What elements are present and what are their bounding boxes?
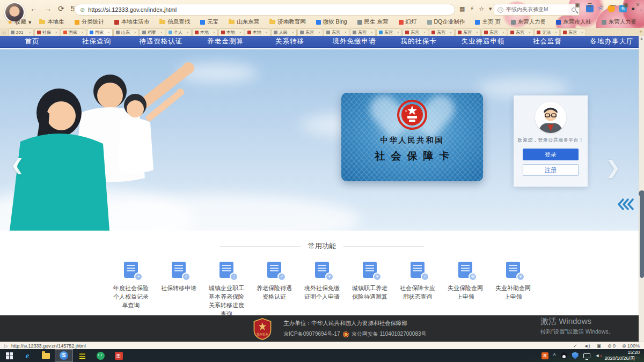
browser-tab[interactable]: 东营 × — [508, 28, 533, 36]
volume-muted-icon[interactable]: ◄× — [595, 353, 600, 358]
bookmark-item[interactable]: 元宝 — [200, 18, 221, 26]
close-button[interactable]: × — [636, 1, 640, 9]
browser-tab[interactable]: 东营 × — [402, 28, 428, 36]
bookmark-item[interactable]: 微软 Bing — [316, 18, 349, 26]
sogou-browser-icon[interactable]: S — [55, 349, 73, 362]
start-button[interactable] — [0, 349, 18, 362]
footer-icp[interactable]: 京ICP备09079694号-17 — [283, 330, 340, 338]
browser-tab[interactable]: 201 × — [8, 28, 34, 36]
browser-tab[interactable]: 东营 × — [481, 28, 507, 36]
browser-tab[interactable]: 人民 × — [271, 28, 297, 36]
browser-tab[interactable]: 东营 × — [324, 28, 349, 36]
bookmark-item[interactable]: 民生 东营 — [357, 18, 391, 26]
tab-close-icon[interactable]: × — [134, 30, 136, 35]
browser-tab[interactable]: 社保 × — [34, 28, 60, 36]
tab-close-icon[interactable]: × — [581, 30, 583, 35]
bookmark-item[interactable]: 本地生 — [39, 18, 67, 26]
back-button[interactable]: ← — [30, 4, 38, 13]
tab-close-icon[interactable]: × — [55, 30, 57, 35]
menu-icon[interactable]: ☰ — [588, 2, 592, 8]
tab-close-icon[interactable]: × — [528, 30, 531, 35]
browser-tab[interactable]: 东营 × — [297, 28, 323, 36]
browser-tab[interactable]: 本地 × — [192, 28, 218, 36]
tab-close-icon[interactable]: × — [213, 30, 215, 35]
browser-tab[interactable]: 东营 × — [429, 28, 455, 36]
internet-explorer-icon[interactable]: e — [18, 349, 36, 362]
bookmark-item[interactable]: ★ 收藏 ▾ — [8, 18, 31, 26]
sogou-tray-icon[interactable]: S — [541, 352, 548, 359]
caret-down-icon[interactable]: ▾ — [489, 5, 492, 12]
red-app-icon[interactable]: 图 — [109, 349, 128, 362]
download-icon[interactable]: ↓ — [639, 5, 642, 12]
tab-close-icon[interactable]: × — [107, 30, 110, 35]
adblock-count[interactable]: ⊘ 0 — [608, 343, 616, 349]
scrollbar-thumb[interactable] — [640, 193, 644, 278]
browser-tab[interactable]: 东营 × — [376, 28, 402, 36]
forward-button[interactable]: → — [44, 4, 52, 13]
search-input[interactable]: S 平绒内夹衣裤亚M — [494, 4, 580, 16]
browser-tab[interactable]: 山东 × — [113, 28, 139, 36]
login-button[interactable]: 登录 — [523, 149, 579, 160]
qrcode-icon[interactable]: ▦ — [459, 5, 465, 12]
wechat-icon[interactable] — [91, 349, 109, 362]
nav-menu-item[interactable]: 境外免缴申请 — [322, 36, 386, 47]
home-tab-icon[interactable]: ⌂ — [3, 29, 6, 35]
search-engine-icon[interactable]: S — [497, 7, 503, 13]
browser-tab[interactable]: 国家 × — [87, 28, 113, 36]
new-tab-button[interactable]: + — [639, 29, 642, 35]
photo-tool-icon[interactable]: ▣ — [575, 2, 580, 8]
tab-close-icon[interactable]: × — [370, 30, 373, 35]
tab-close-icon[interactable]: × — [186, 30, 189, 35]
status-check-icon[interactable]: ✓ — [573, 343, 577, 349]
security-shield-tray-icon[interactable] — [572, 352, 579, 359]
feature-item[interactable]: 失 失业保险金网 上申领 — [442, 262, 489, 318]
feature-item[interactable]: ↑ 城镇企业职工 基本养老保险 关系转移进度 查询 — [203, 262, 251, 318]
bookmark-item[interactable]: 幻灯 — [399, 18, 419, 26]
restore-button[interactable]: ▣ — [624, 2, 628, 8]
nav-menu-item[interactable]: 首页 — [0, 36, 64, 47]
tab-close-icon[interactable]: × — [291, 30, 294, 35]
speed-icon[interactable]: ⚡ — [470, 5, 474, 12]
bookmark-item[interactable]: 山东东营 — [229, 18, 261, 26]
refresh-button[interactable]: ⟳ — [58, 4, 64, 13]
browser-tab[interactable]: 东营 × — [560, 28, 586, 36]
address-bar[interactable]: ⊘ https://si.12333.gov.cn/index.jhtml — [74, 4, 455, 16]
nav-menu-item[interactable]: 各地办事大厅 — [580, 36, 644, 47]
tab-close-icon[interactable]: × — [502, 30, 504, 35]
taskbar-clock[interactable]: 15:20 2020/10/26/周一 — [604, 350, 640, 361]
bookmark-item[interactable]: 信息查找 — [159, 18, 192, 26]
browser-tab[interactable]: 本地 × — [218, 28, 244, 36]
tab-close-icon[interactable]: × — [265, 30, 268, 35]
nav-menu-item[interactable]: 社会监督 — [515, 36, 580, 47]
nav-menu-item[interactable]: 社保查询 — [64, 36, 129, 47]
status-speaker-icon[interactable]: ◄) — [583, 343, 590, 349]
network-tray-icon[interactable] — [583, 353, 590, 358]
url-text[interactable]: https://si.12333.gov.cn/index.jhtml — [88, 6, 177, 13]
qq-tray-icon[interactable] — [561, 352, 567, 359]
tab-close-icon[interactable]: × — [318, 30, 320, 35]
nav-menu-item[interactable]: 我的社保卡 — [386, 36, 451, 47]
browser-tab[interactable]: 东营 × — [350, 28, 376, 36]
bookmark-item[interactable]: 济南教育网 — [269, 18, 308, 26]
feature-item[interactable]: ✓ 社保转移申请 — [155, 262, 203, 318]
nav-menu-item[interactable]: 关系转移 — [258, 36, 322, 47]
feature-item[interactable]: ✓ 养老保险待遇 资格认证 — [251, 262, 298, 318]
page-scrollbar[interactable]: ▲ — [639, 36, 644, 342]
browser-tab[interactable]: 无法 × — [534, 28, 560, 36]
status-photo-icon[interactable]: ▣ — [596, 343, 601, 349]
tab-close-icon[interactable]: × — [423, 30, 426, 35]
nav-menu-item[interactable]: 待遇资格认证 — [129, 36, 193, 47]
tab-close-icon[interactable]: × — [81, 30, 84, 35]
browser-tab[interactable]: 东营 × — [455, 28, 481, 36]
register-button[interactable]: 注册 — [523, 164, 579, 176]
footer-police-record[interactable]: 京公网安备 11040102700083号 — [352, 330, 427, 338]
bookmark-item[interactable]: 东营人力资 — [602, 18, 639, 26]
notes-app-icon[interactable] — [73, 349, 91, 362]
tab-close-icon[interactable]: × — [397, 30, 399, 35]
nav-menu-item[interactable]: 养老金测算 — [193, 36, 258, 47]
bookmark-item[interactable]: 分类统计 — [75, 18, 106, 26]
favorite-star-icon[interactable]: ☆ — [479, 5, 484, 12]
scrollbar-up-arrow[interactable]: ▲ — [639, 36, 644, 41]
minimize-button[interactable]: — — [611, 2, 616, 8]
tab-close-icon[interactable]: × — [239, 30, 241, 35]
